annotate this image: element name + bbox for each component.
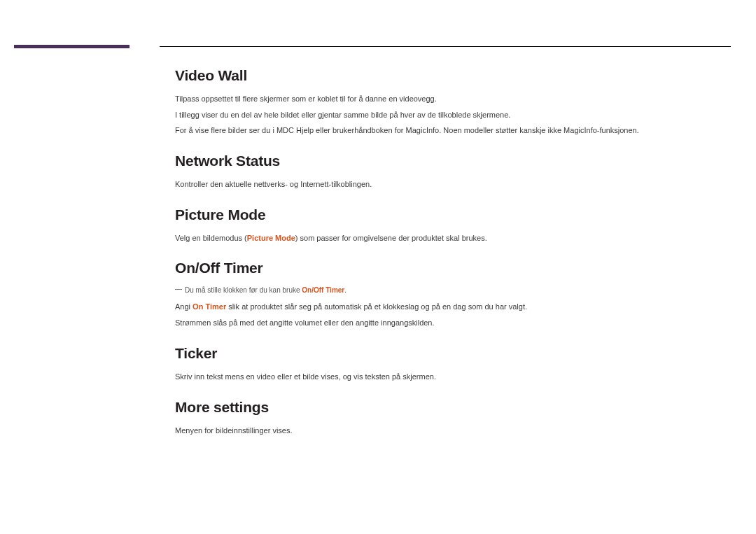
heading-on-off-timer: On/Off Timer xyxy=(175,260,731,276)
body-text: Kontroller den aktuelle nettverks- og In… xyxy=(175,178,731,191)
text-fragment: ) som passer for omgivelsene der produkt… xyxy=(295,234,487,242)
text-fragment: Angi xyxy=(175,302,192,311)
highlight-term: On/Off Timer xyxy=(302,286,344,294)
heading-picture-mode: Picture Mode xyxy=(175,206,731,223)
text-fragment: slik at produktet slår seg på automatisk… xyxy=(226,302,527,311)
note-line: Du må stille klokken før du kan bruke On… xyxy=(175,285,731,296)
body-text: Strømmen slås på med det angitte volumet… xyxy=(175,316,731,330)
body-text: For å vise flere bilder ser du i MDC Hje… xyxy=(175,124,731,137)
heading-network-status: Network Status xyxy=(175,153,731,169)
text-fragment: Du må stille klokken før du kan bruke xyxy=(185,286,302,294)
body-text: Skriv inn tekst mens en video eller et b… xyxy=(175,370,731,384)
body-text: Velg en bildemodus (Picture Mode) som pa… xyxy=(175,232,731,245)
highlight-term: On Timer xyxy=(192,302,226,311)
body-text: I tillegg viser du en del av hele bildet… xyxy=(175,108,731,122)
body-text: Angi On Timer slik at produktet slår seg… xyxy=(175,300,731,314)
top-divider xyxy=(160,46,731,47)
heading-more-settings: More settings xyxy=(175,399,731,416)
accent-bar xyxy=(14,45,130,48)
text-fragment: . xyxy=(344,286,346,294)
page-content: Video Wall Tilpass oppsettet til flere s… xyxy=(175,67,731,440)
body-text: Tilpass oppsettet til flere skjermer som… xyxy=(175,92,731,106)
heading-ticker: Ticker xyxy=(175,345,731,362)
highlight-term: Picture Mode xyxy=(247,234,295,242)
heading-video-wall: Video Wall xyxy=(175,67,731,84)
text-fragment: Velg en bildemodus ( xyxy=(175,234,247,242)
body-text: Menyen for bildeinnstillinger vises. xyxy=(175,424,731,437)
